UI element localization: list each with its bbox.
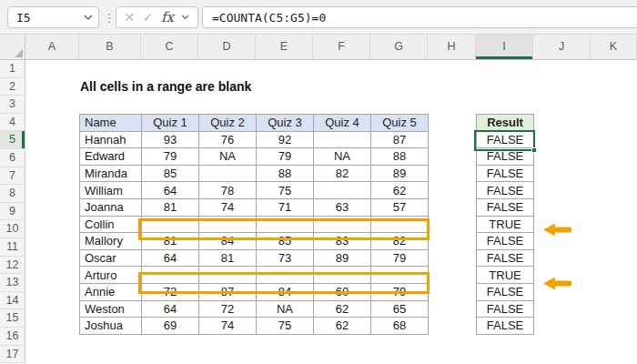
score-cell[interactable]: 62 [371, 182, 429, 199]
score-cell[interactable]: 78 [199, 182, 257, 199]
cancel-icon[interactable]: ✕ [125, 11, 136, 24]
score-cell[interactable]: NA [199, 148, 257, 166]
chevron-down-icon[interactable] [84, 15, 93, 21]
header-name[interactable]: Name [80, 115, 142, 132]
name-cell[interactable]: Joanna [80, 198, 142, 216]
row-header-2[interactable]: 2 [0, 78, 25, 96]
result-header[interactable]: Result [477, 115, 534, 132]
result-cell-i16[interactable]: FALSE [477, 318, 534, 335]
col-header-j[interactable]: J [533, 35, 591, 59]
result-cell-i8[interactable]: FALSE [477, 182, 534, 199]
row-header-16[interactable]: 16 [0, 328, 25, 346]
score-cell[interactable]: NA [257, 300, 314, 318]
score-cell[interactable]: 81 [142, 198, 199, 216]
score-cell[interactable]: 63 [314, 198, 371, 216]
score-cell[interactable] [199, 165, 257, 182]
score-cell[interactable]: 75 [257, 318, 314, 335]
score-cell[interactable]: 68 [371, 318, 429, 335]
score-cell[interactable]: 92 [257, 131, 314, 148]
score-cell[interactable]: 85 [142, 165, 199, 182]
score-cell[interactable]: 82 [314, 165, 371, 182]
score-cell[interactable]: 74 [199, 318, 257, 335]
score-cell[interactable]: 73 [257, 249, 314, 267]
score-cell[interactable]: 93 [142, 131, 199, 148]
name-cell[interactable]: Edward [80, 148, 142, 166]
name-cell[interactable]: Hannah [80, 131, 142, 148]
name-cell[interactable]: Joshua [80, 318, 142, 335]
col-header-d[interactable]: D [198, 35, 256, 59]
score-cell[interactable]: NA [314, 148, 371, 166]
score-cell[interactable]: 79 [257, 148, 314, 166]
row-header-15[interactable]: 15 [0, 309, 25, 328]
row-header-17[interactable]: 17 [0, 346, 25, 364]
score-cell[interactable]: 76 [199, 131, 257, 148]
name-cell[interactable]: Annie [80, 283, 142, 300]
row-header-10[interactable]: 10 [0, 220, 25, 238]
score-cell[interactable]: 74 [199, 198, 257, 216]
score-cell[interactable]: 89 [314, 249, 371, 267]
score-cell[interactable] [314, 131, 371, 148]
select-all-corner[interactable] [0, 35, 25, 59]
row-header-6[interactable]: 6 [0, 149, 25, 167]
name-cell[interactable]: Weston [80, 300, 142, 318]
insert-function-icon[interactable]: fx [161, 9, 174, 25]
header-quiz-2[interactable]: Quiz 2 [199, 115, 257, 132]
result-cell-i12[interactable]: FALSE [477, 249, 534, 267]
name-cell[interactable]: Miranda [80, 165, 142, 182]
score-cell[interactable]: 89 [371, 165, 429, 182]
score-cell[interactable]: 75 [257, 182, 314, 199]
col-header-a[interactable]: A [25, 35, 79, 59]
score-cell[interactable]: 62 [314, 300, 371, 318]
score-cell[interactable]: 65 [371, 300, 429, 318]
header-quiz-4[interactable]: Quiz 4 [314, 115, 371, 132]
col-header-c[interactable]: C [141, 35, 198, 59]
chevron-down-icon[interactable] [181, 15, 189, 20]
score-cell[interactable]: 71 [257, 198, 314, 216]
name-cell[interactable]: Collin [80, 216, 142, 233]
score-cell[interactable]: 64 [142, 300, 199, 318]
result-cell-i14[interactable]: FALSE [477, 283, 534, 300]
score-cell[interactable]: 62 [314, 318, 371, 335]
score-cell[interactable]: 69 [142, 318, 199, 335]
name-cell[interactable]: Mallory [80, 233, 142, 250]
score-cell[interactable]: 64 [142, 182, 199, 199]
col-header-h[interactable]: H [428, 35, 476, 59]
row-header-14[interactable]: 14 [0, 292, 25, 310]
row-header-1[interactable]: 1 [0, 60, 25, 78]
score-cell[interactable]: 79 [142, 148, 199, 166]
score-cell[interactable]: 87 [371, 131, 429, 148]
formula-input[interactable]: =COUNTA(C5:G5)=0 [202, 6, 637, 28]
result-cell-i5[interactable]: FALSE [477, 131, 534, 148]
row-header-13[interactable]: 13 [0, 274, 25, 292]
result-cell-i11[interactable]: FALSE [477, 233, 534, 250]
row-header-11[interactable]: 11 [0, 238, 25, 257]
name-cell[interactable]: Arturo [80, 267, 142, 284]
score-cell[interactable] [314, 182, 371, 199]
row-header-12[interactable]: 12 [0, 257, 25, 275]
result-cell-i9[interactable]: FALSE [477, 198, 534, 216]
score-cell[interactable]: 72 [199, 300, 257, 318]
col-header-e[interactable]: E [256, 35, 313, 59]
name-cell[interactable]: William [80, 182, 142, 199]
row-header-5-selected[interactable]: 5 [0, 131, 25, 149]
row-header-3[interactable]: 3 [0, 96, 25, 114]
header-quiz-3[interactable]: Quiz 3 [257, 115, 314, 132]
score-cell[interactable]: 79 [371, 249, 429, 267]
result-cell-i6[interactable]: FALSE [477, 148, 534, 166]
result-cell-i13[interactable]: TRUE [477, 267, 534, 284]
row-header-8[interactable]: 8 [0, 185, 25, 203]
col-header-f[interactable]: F [313, 35, 370, 59]
row-header-4[interactable]: 4 [0, 114, 25, 132]
score-cell[interactable]: 88 [257, 165, 314, 182]
score-cell[interactable]: 57 [371, 198, 429, 216]
header-quiz-1[interactable]: Quiz 1 [142, 115, 199, 132]
score-cell[interactable]: 88 [371, 148, 429, 166]
score-cell[interactable]: 64 [142, 249, 199, 267]
name-cell[interactable]: Oscar [80, 249, 142, 267]
result-cell-i7[interactable]: FALSE [477, 165, 534, 182]
result-cell-i10[interactable]: TRUE [477, 216, 534, 233]
col-header-i-selected[interactable]: I [476, 35, 533, 59]
col-header-g[interactable]: G [370, 35, 428, 59]
result-cell-i15[interactable]: FALSE [477, 300, 534, 318]
col-header-b[interactable]: B [79, 35, 141, 59]
